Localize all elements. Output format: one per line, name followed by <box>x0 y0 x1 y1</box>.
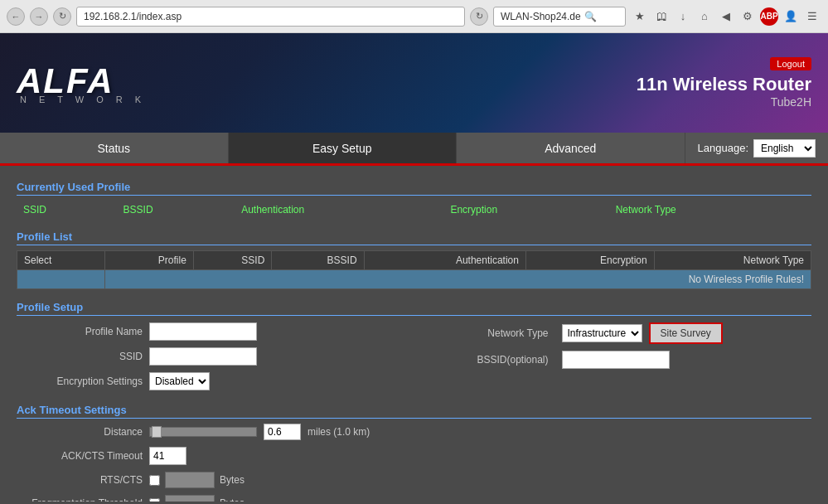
encryption-label: Encryption Settings <box>17 376 149 387</box>
rts-cts-checkbox[interactable] <box>149 475 160 486</box>
address-text: 192.168.2.1/index.asp <box>84 11 182 22</box>
distance-label: Distance <box>17 426 149 438</box>
network-type-row: Network Type Infrastructure Ad-hoc Site … <box>423 322 812 344</box>
search-bar[interactable]: WLAN-Shop24.de 🔍 <box>493 7 626 27</box>
site-survey-button[interactable]: Site Survey <box>649 322 723 344</box>
refresh-button[interactable]: ↻ <box>470 7 488 26</box>
rts-cts-label: RTS/CTS <box>17 474 149 486</box>
home-icon[interactable]: ⌂ <box>695 7 714 26</box>
logo: ALFA N E T W O R K <box>17 61 146 104</box>
user-icon[interactable]: 👤 <box>782 7 800 26</box>
col-bssid: BSSID <box>117 201 235 219</box>
star-icon[interactable]: ★ <box>631 7 649 26</box>
distance-row: Distance 0.6 miles (1.0 km) <box>17 424 811 440</box>
no-profile-message: No Wireless Profile Rules! <box>104 270 811 289</box>
pl-col-auth: Authentication <box>364 251 525 270</box>
ssid-row: SSID <box>17 347 406 366</box>
profile-setup-header: Profile Setup <box>17 301 811 316</box>
address-bar[interactable]: 192.168.2.1/index.asp <box>76 7 465 27</box>
frag-threshold-value-input[interactable] <box>165 495 215 502</box>
settings-icon[interactable]: ⚙ <box>738 7 757 26</box>
pl-col-select: Select <box>17 251 105 270</box>
ack-section: Ack Timeout Settings Distance 0.6 miles … <box>17 404 811 502</box>
language-selector: Language: English Chinese German <box>685 133 828 163</box>
router-model: Tube2H <box>637 95 811 109</box>
rts-cts-row: RTS/CTS Bytes <box>17 472 811 488</box>
header-right: Logout 11n Wireless Router Tube2H <box>637 57 811 109</box>
col-ssid: SSID <box>17 201 117 219</box>
distance-slider-container: 0.6 miles (1.0 km) <box>149 424 370 440</box>
distance-slider[interactable] <box>149 427 257 437</box>
network-type-label: Network Type <box>423 327 555 339</box>
pl-col-ssid: SSID <box>193 251 272 270</box>
header: ALFA N E T W O R K Logout 11n Wireless R… <box>0 33 828 133</box>
main-content: Currently Used Profile SSID BSSID Authen… <box>0 166 828 502</box>
network-type-select[interactable]: Infrastructure Ad-hoc <box>562 324 642 342</box>
page: ALFA N E T W O R K Logout 11n Wireless R… <box>0 33 828 504</box>
col-encryption: Encryption <box>443 201 608 219</box>
menu-icon[interactable]: ☰ <box>803 7 821 26</box>
pl-col-network-type: Network Type <box>654 251 811 270</box>
language-label: Language: <box>698 142 748 154</box>
browser-icons: ★ 🕮 ↓ ⌂ ◀ ⚙ ABP 👤 ☰ <box>631 7 821 26</box>
encryption-select[interactable]: Disabled WEP WPA WPA2 <box>149 372 210 390</box>
col-network-type: Network Type <box>609 201 811 219</box>
back-nav-button[interactable]: ← <box>7 7 25 26</box>
col-authentication: Authentication <box>235 201 443 219</box>
ack-cts-input[interactable] <box>149 447 186 465</box>
frag-threshold-row: Fragmentation Threshold Bytes <box>17 495 811 502</box>
rts-cts-checkbox-row: Bytes <box>149 472 245 488</box>
ack-cts-row: ACK/CTS Timeout <box>17 447 811 465</box>
ack-cts-label: ACK/CTS Timeout <box>17 450 149 462</box>
no-profile-row: No Wireless Profile Rules! <box>17 270 811 289</box>
forward-nav-button[interactable]: → <box>30 7 48 26</box>
rts-cts-bytes-label: Bytes <box>220 474 245 486</box>
rts-cts-value-input[interactable] <box>165 472 215 488</box>
tab-easy-setup[interactable]: Easy Setup <box>229 133 458 163</box>
bssid-row: BSSID(optional) <box>423 351 812 369</box>
pl-col-bssid: BSSID <box>272 251 364 270</box>
search-icon: 🔍 <box>584 11 597 22</box>
bssid-input[interactable] <box>562 351 670 369</box>
encryption-row: Encryption Settings Disabled WEP WPA WPA… <box>17 372 406 390</box>
pl-col-profile: Profile <box>104 251 193 270</box>
bssid-label: BSSID(optional) <box>423 354 555 366</box>
distance-value: 0.6 <box>264 424 301 440</box>
history-icon[interactable]: ◀ <box>717 7 735 26</box>
currently-used-profile-header: Currently Used Profile <box>17 181 811 196</box>
tab-advanced[interactable]: Advanced <box>457 133 685 163</box>
frag-threshold-checkbox-row: Bytes <box>149 495 245 502</box>
profile-name-label: Profile Name <box>17 326 149 337</box>
ack-timeout-header: Ack Timeout Settings <box>17 404 811 419</box>
router-title: 11n Wireless Router <box>637 74 811 95</box>
ssid-label: SSID <box>17 351 149 362</box>
search-text: WLAN-Shop24.de <box>501 11 581 22</box>
frag-threshold-bytes-label: Bytes <box>220 497 245 502</box>
abp-icon[interactable]: ABP <box>760 7 778 26</box>
tab-status[interactable]: Status <box>0 133 229 163</box>
frag-threshold-checkbox[interactable] <box>149 498 160 502</box>
profile-name-input[interactable] <box>149 322 257 341</box>
ssid-input[interactable] <box>149 347 257 366</box>
profile-list-header: Profile List <box>17 230 811 245</box>
bookmark-icon[interactable]: 🕮 <box>652 7 671 26</box>
frag-threshold-label: Fragmentation Threshold <box>17 497 149 502</box>
reload-button[interactable]: ↻ <box>53 7 71 26</box>
pl-col-encryption: Encryption <box>525 251 654 270</box>
profile-list-table: Select Profile SSID BSSID Authentication… <box>17 250 811 289</box>
download-icon[interactable]: ↓ <box>674 7 692 26</box>
nav-tabs: Status Easy Setup Advanced Language: Eng… <box>0 133 828 166</box>
logout-button[interactable]: Logout <box>770 57 811 70</box>
browser-chrome: ← → ↻ 192.168.2.1/index.asp ↻ WLAN-Shop2… <box>0 0 828 33</box>
profile-name-row: Profile Name <box>17 322 406 341</box>
currently-used-profile-table: SSID BSSID Authentication Encryption Net… <box>17 201 811 219</box>
language-dropdown[interactable]: English Chinese German <box>753 139 816 158</box>
miles-text: miles (1.0 km) <box>307 426 370 438</box>
network-text: N E T W O R K <box>20 94 146 104</box>
